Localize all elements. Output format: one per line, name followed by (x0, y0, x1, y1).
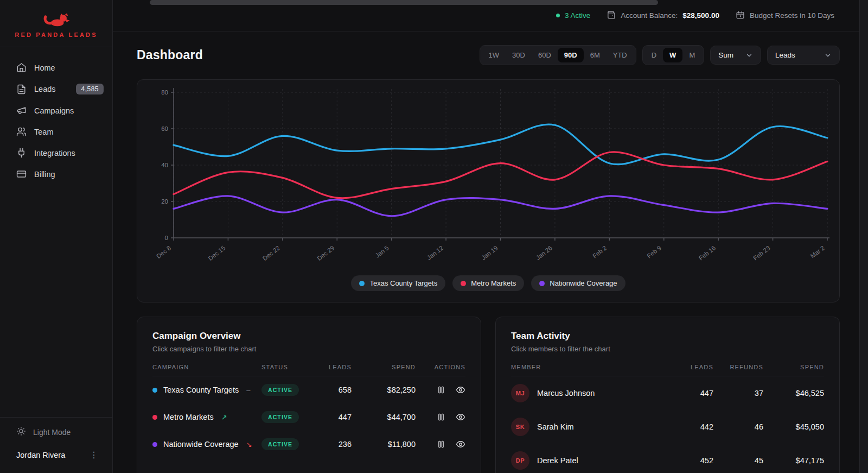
team-member-row[interactable]: SKSarah Kim44246$45,050 (511, 410, 824, 444)
range-30d[interactable]: 30D (506, 48, 532, 62)
sidebar-item-label: Leads (34, 85, 56, 93)
status-dot (556, 14, 560, 17)
leads-value: 236 (314, 440, 352, 449)
team-member-row[interactable]: DPDerek Patel45245$47,175 (511, 444, 824, 473)
legend-item[interactable]: Texas County Targets (351, 275, 445, 291)
metric-value: Leads (775, 51, 795, 59)
trend-flat-icon: – (246, 386, 250, 394)
x-tick-label: Feb 9 (646, 244, 662, 260)
metric-select[interactable]: Leads (767, 46, 840, 65)
range-ytd[interactable]: YTD (607, 48, 634, 62)
leads-value: 658 (314, 386, 352, 394)
eye-icon[interactable] (456, 439, 465, 449)
pause-icon[interactable] (436, 439, 446, 449)
chevron-down-icon (824, 52, 832, 59)
legend-label: Nationwide Coverage (550, 279, 617, 287)
x-tick-label: Dec 15 (207, 244, 227, 262)
column-header: CAMPAIGN (152, 364, 261, 370)
refunds-value: 45 (713, 456, 763, 465)
range-selector: 1W30D60D90D6MYTD (480, 45, 636, 65)
scrollbar-track[interactable] (859, 0, 868, 473)
campaign-row[interactable]: Texas County Targets–ACTIVE658$82,250 (152, 376, 465, 403)
pause-icon[interactable] (436, 385, 446, 395)
team-table-body: MJMarcus Johnson44737$46,525SKSarah Kim4… (511, 376, 824, 473)
sidebar-item-integrations[interactable]: Integrations (0, 142, 112, 163)
budget-reset-note: Budget Resets in 10 Days (736, 10, 834, 21)
sidebar-item-team[interactable]: Team (0, 121, 112, 142)
sidebar-item-label: Integrations (34, 149, 75, 157)
x-tick-label: Jan 5 (374, 244, 390, 259)
granularity-m[interactable]: M (682, 48, 701, 62)
member-name: Marcus Johnson (537, 389, 595, 398)
leads-count-badge: 4,585 (76, 84, 104, 94)
sidebar-item-home[interactable]: Home (0, 57, 112, 78)
x-tick-label: Dec 22 (261, 244, 281, 262)
spend-value: $44,700 (352, 413, 416, 421)
campaign-table-header: CAMPAIGNSTATUSLEADSSPENDACTIONS (152, 353, 465, 376)
refunds-value: 46 (713, 422, 763, 431)
x-tick-label: Jan 26 (535, 244, 554, 261)
user-name: Jordan Rivera (16, 451, 65, 459)
x-tick-label: Dec 8 (155, 244, 172, 260)
range-60d[interactable]: 60D (532, 48, 558, 62)
theme-toggle-label: Light Mode (33, 428, 71, 437)
sidebar-item-campaigns[interactable]: Campaigns (0, 100, 112, 121)
home-icon (16, 62, 27, 73)
sun-icon (16, 426, 26, 438)
budget-label: Budget Resets in 10 Days (750, 11, 834, 20)
team-activity-title: Team Activity (511, 331, 824, 342)
series-color-dot (152, 415, 157, 420)
campaign-row[interactable]: Metro Markets↗ACTIVE447$44,700 (152, 403, 465, 431)
credit-card-icon (16, 169, 27, 179)
status-badge: ACTIVE (261, 411, 299, 423)
window-chrome-bar (150, 0, 658, 5)
leads-value: 452 (674, 456, 713, 465)
granularity-w[interactable]: W (663, 48, 682, 62)
sidebar-item-billing[interactable]: Billing (0, 163, 112, 185)
series-color-dot (152, 388, 157, 393)
sidebar-item-leads[interactable]: Leads4,585 (0, 78, 112, 100)
member-name: Sarah Kim (537, 422, 574, 431)
theme-toggle[interactable]: Light Mode (0, 418, 112, 443)
avatar: SK (511, 418, 529, 436)
eye-icon[interactable] (456, 385, 465, 395)
granularity-d[interactable]: D (645, 48, 663, 62)
y-tick-label: 40 (161, 162, 168, 168)
leads-chart: 020406080Dec 8Dec 15Dec 22Dec 29Jan 5Jan… (137, 80, 832, 271)
x-tick-label: Feb 16 (698, 244, 717, 262)
range-90d[interactable]: 90D (558, 48, 584, 62)
team-activity-card: Team Activity Click members to filter th… (495, 317, 840, 473)
campaign-overview-card: Campaign Overview Click campaigns to fil… (137, 317, 481, 473)
legend-item[interactable]: Metro Markets (452, 275, 524, 291)
leads-file-icon (16, 84, 27, 94)
x-tick-label: Jan 19 (480, 244, 499, 261)
x-tick-label: Dec 29 (316, 244, 335, 262)
plug-icon (16, 148, 27, 158)
legend-label: Texas County Targets (369, 279, 437, 287)
legend-item[interactable]: Nationwide Coverage (531, 275, 625, 291)
red-panda-logo-icon (42, 12, 71, 27)
account-balance: Account Balance: $28,500.00 (607, 10, 719, 21)
team-member-row[interactable]: MJMarcus Johnson44737$46,525 (511, 376, 824, 410)
x-tick-label: Feb 2 (591, 244, 608, 260)
range-1w[interactable]: 1W (482, 48, 506, 62)
spend-value: $47,175 (763, 456, 824, 465)
sidebar: RED PANDA LEADS HomeLeads4,585CampaignsT… (0, 0, 113, 473)
pause-icon[interactable] (436, 412, 446, 422)
range-6m[interactable]: 6M (584, 48, 607, 62)
leads-value: 442 (674, 422, 713, 431)
aggregation-select[interactable]: Sum (710, 46, 761, 65)
column-header: SPEND (352, 364, 416, 370)
eye-icon[interactable] (456, 412, 465, 422)
kebab-menu-icon[interactable]: ⋮ (90, 450, 98, 460)
granularity-selector: DWM (642, 45, 705, 65)
campaign-name: Metro Markets (163, 413, 214, 421)
campaign-row[interactable]: Nationwide Coverage↘ACTIVE236$11,800 (152, 431, 465, 458)
spend-value: $46,525 (763, 389, 824, 398)
brand-name: RED PANDA LEADS (5, 31, 107, 38)
column-header: ACTIONS (416, 364, 465, 370)
series-line (174, 196, 827, 216)
calendar-clock-icon (736, 10, 745, 21)
x-tick-label: Mar 2 (809, 244, 826, 260)
user-menu[interactable]: Jordan Rivera ⋮ (0, 443, 112, 463)
